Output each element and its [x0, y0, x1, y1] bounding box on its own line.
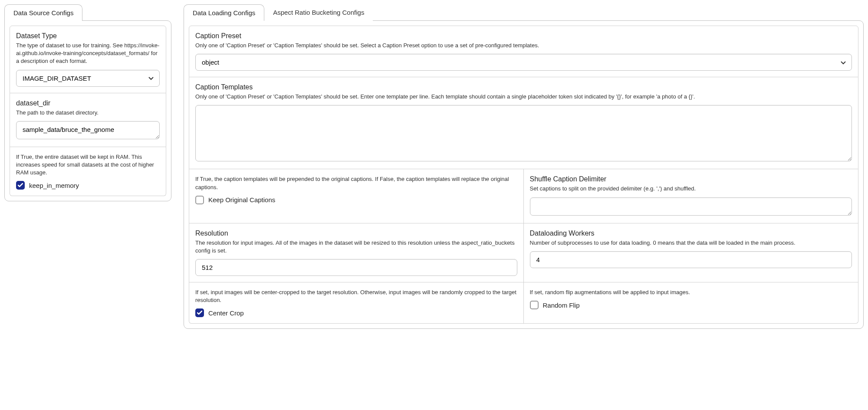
center-crop-label[interactable]: Center Crop — [208, 309, 244, 317]
random-flip-label[interactable]: Random Flip — [543, 302, 580, 309]
resolution-input[interactable] — [195, 259, 517, 276]
tab-label: Data Loading Configs — [193, 9, 255, 16]
caption-preset-help: Only one of 'Caption Preset' or 'Caption… — [195, 42, 852, 49]
caption-templates-section: Caption Templates Only one of 'Caption P… — [189, 77, 858, 169]
tab-data-source[interactable]: Data Source Configs — [4, 4, 82, 21]
keep-in-memory-section: If True, the entire dataset will be kept… — [10, 147, 166, 197]
tab-aspect-ratio[interactable]: Aspect Ratio Bucketing Configs — [264, 4, 373, 21]
dataset-type-select[interactable]: IMAGE_DIR_DATASET — [16, 70, 160, 87]
workers-help: Number of subprocesses to use for data l… — [530, 239, 852, 247]
caption-preset-select[interactable]: object — [195, 54, 852, 71]
shuffle-delimiter-help: Set captions to split on the provided de… — [530, 185, 852, 193]
center-crop-section: If set, input images will be center-crop… — [189, 282, 524, 324]
keep-in-memory-help: If True, the entire dataset will be kept… — [16, 153, 160, 177]
dataset-dir-section: dataset_dir The path to the dataset dire… — [10, 93, 166, 147]
dataset-type-help: The type of dataset to use for training.… — [16, 42, 160, 66]
keep-in-memory-label[interactable]: keep_in_memory — [29, 182, 79, 189]
data-loading-panel: Data Loading Configs Aspect Ratio Bucket… — [184, 4, 864, 329]
dataset-dir-input[interactable] — [16, 121, 160, 139]
keep-original-checkbox[interactable] — [195, 196, 204, 204]
keep-in-memory-checkbox[interactable] — [16, 181, 25, 190]
keep-original-label[interactable]: Keep Original Captions — [208, 196, 275, 203]
shuffle-delimiter-title: Shuffle Caption Delimiter — [530, 175, 852, 183]
center-crop-help: If set, input images will be center-crop… — [195, 289, 517, 304]
caption-preset-title: Caption Preset — [195, 32, 852, 40]
data-source-panel: Data Source Configs Dataset Type The typ… — [4, 4, 171, 201]
workers-title: Dataloading Workers — [530, 230, 852, 237]
resolution-section: Resolution The resolution for input imag… — [189, 223, 524, 282]
resolution-title: Resolution — [195, 230, 517, 237]
shuffle-delimiter-section: Shuffle Caption Delimiter Set captions t… — [524, 169, 859, 223]
caption-preset-section: Caption Preset Only one of 'Caption Pres… — [189, 26, 858, 77]
caption-templates-title: Caption Templates — [195, 83, 852, 91]
dataset-dir-help: The path to the dataset directory. — [16, 109, 160, 117]
shuffle-delimiter-input[interactable] — [530, 197, 852, 216]
tab-data-loading[interactable]: Data Loading Configs — [184, 4, 264, 21]
random-flip-checkbox[interactable] — [530, 301, 539, 309]
workers-section: Dataloading Workers Number of subprocess… — [524, 223, 859, 282]
dataset-dir-title: dataset_dir — [16, 99, 160, 107]
center-crop-checkbox[interactable] — [195, 308, 204, 317]
random-flip-help: If set, random flip augmentations will b… — [530, 289, 852, 296]
tab-label: Aspect Ratio Bucketing Configs — [273, 9, 364, 16]
keep-original-section: If True, the caption templates will be p… — [189, 169, 524, 223]
random-flip-section: If set, random flip augmentations will b… — [524, 282, 859, 324]
workers-input[interactable] — [530, 251, 852, 268]
dataset-type-section: Dataset Type The type of dataset to use … — [10, 26, 166, 93]
resolution-help: The resolution for input images. All of … — [195, 239, 517, 255]
keep-original-help: If True, the caption templates will be p… — [195, 175, 517, 191]
caption-templates-help: Only one of 'Caption Preset' or 'Caption… — [195, 93, 852, 101]
dataset-type-title: Dataset Type — [16, 32, 160, 40]
caption-templates-input[interactable] — [195, 105, 852, 161]
tab-label: Data Source Configs — [13, 9, 73, 16]
